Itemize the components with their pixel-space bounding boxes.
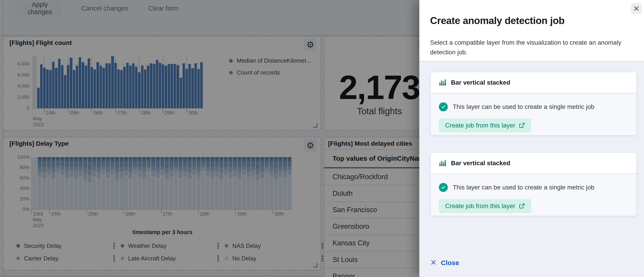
external-link-icon: [519, 123, 525, 129]
create-anomaly-job-flyout: Create anomaly detection job Select a co…: [419, 0, 644, 277]
flyout-title: Create anomaly detection job: [430, 15, 564, 26]
external-link-icon: [519, 203, 525, 209]
check-circle-icon: [439, 102, 448, 111]
layer-card: Bar vertical stacked This layer can be u…: [431, 153, 636, 216]
flyout-header: Create anomaly detection job Select a co…: [419, 0, 644, 62]
layer-card-header: Bar vertical stacked: [431, 153, 636, 174]
close-label: Close: [441, 259, 459, 267]
bar-vertical-stacked-icon: [439, 159, 447, 167]
bar-vertical-stacked-icon: [439, 78, 447, 87]
close-x-icon: [430, 259, 437, 267]
screen: Apply changes Cancel changes Clear form …: [0, 0, 644, 277]
flyout-description: Select a compatible layer from the visua…: [430, 38, 632, 57]
create-job-button[interactable]: Create job from this layer: [439, 199, 531, 213]
layer-card-title: Bar vertical stacked: [451, 160, 510, 167]
layer-compatibility-text: This layer can be used to create a singl…: [453, 184, 594, 191]
create-job-button[interactable]: Create job from this layer: [439, 119, 531, 132]
close-icon[interactable]: [631, 3, 642, 14]
flyout-close-link[interactable]: Close: [430, 259, 459, 267]
layer-card: Bar vertical stacked This layer can be u…: [431, 72, 636, 135]
layer-card-body: This layer can be used to create a singl…: [431, 174, 636, 213]
layer-card-header: Bar vertical stacked: [431, 72, 636, 93]
layer-compatibility-text: This layer can be used to create a singl…: [453, 103, 594, 110]
layer-card-title: Bar vertical stacked: [451, 79, 510, 86]
flyout-body: Bar vertical stacked This layer can be u…: [419, 62, 644, 277]
layer-card-body: This layer can be used to create a singl…: [431, 93, 636, 132]
check-circle-icon: [439, 183, 448, 192]
